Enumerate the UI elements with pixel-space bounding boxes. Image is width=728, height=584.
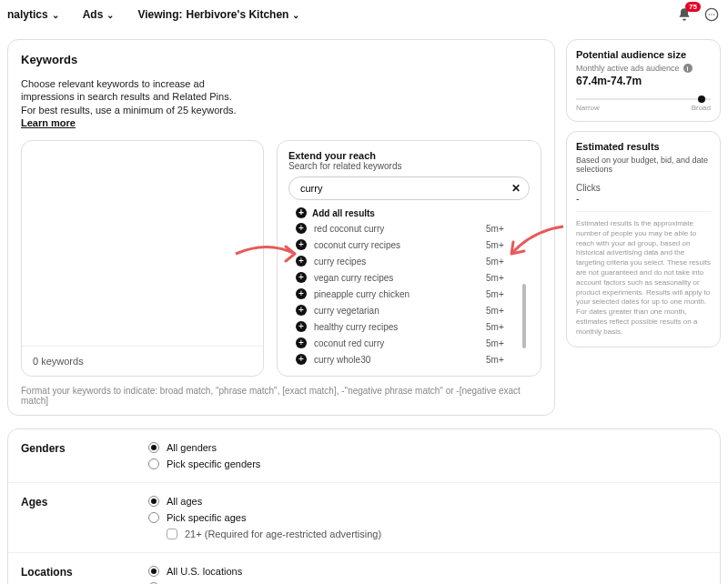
info-icon[interactable]: i: [683, 64, 693, 73]
keyword-count: 0 keywords: [22, 346, 263, 376]
svg-point-2: [711, 14, 712, 15]
audience-value: 67.4m-74.7m: [576, 75, 711, 87]
keyword-text: vegan curry recipes: [314, 273, 479, 283]
chat-icon: [704, 7, 719, 22]
targeting-sections: Genders All genders Pick specific gender…: [7, 428, 721, 584]
locations-label: Locations: [21, 566, 148, 584]
keyword-text: coconut red curry: [314, 338, 479, 348]
estimated-metric-value: -: [576, 193, 711, 204]
radio-all-genders[interactable]: All genders: [148, 442, 260, 453]
chevron-down-icon: ⌄: [52, 10, 59, 20]
add-all-label: Add all results: [312, 208, 375, 218]
keyword-volume: 5m+: [486, 322, 522, 332]
keyword-text: curry recipes: [314, 257, 479, 267]
audience-range-slider: [576, 98, 711, 100]
keyword-volume: 5m+: [486, 273, 522, 283]
clear-search-icon[interactable]: ✕: [511, 182, 521, 195]
keyword-volume: 5m+: [486, 306, 522, 316]
radio-icon: [148, 442, 159, 453]
keyword-volume: 5m+: [486, 289, 522, 299]
radio-icon: [148, 512, 159, 523]
estimated-metric-label: Clicks: [576, 183, 711, 193]
keyword-volume: 5m+: [486, 240, 522, 250]
nav-ads[interactable]: Ads ⌄: [83, 8, 115, 21]
radio-all-ages[interactable]: All ages: [148, 496, 381, 507]
extend-reach-box: Extend your reach Search for related key…: [277, 140, 541, 377]
estimated-footnote: Estimated results is the approximate num…: [576, 219, 711, 337]
nav-analytics[interactable]: nalytics ⌄: [7, 8, 59, 21]
keyword-result-row[interactable]: +red coconut curry5m+: [288, 220, 530, 237]
radio-specific-ages[interactable]: Pick specific ages: [148, 512, 381, 523]
locations-section: Locations All U.S. locations Pick specif…: [8, 552, 720, 584]
range-narrow-label: Narrow: [576, 104, 600, 112]
svg-point-3: [713, 14, 714, 15]
keyword-text: curry vegetarian: [314, 306, 479, 316]
keyword-volume: 5m+: [486, 224, 522, 234]
keyword-volume: 5m+: [486, 355, 522, 365]
estimated-heading: Estimated results: [576, 141, 711, 152]
learn-more-link[interactable]: Learn more: [21, 117, 76, 128]
radio-all-locations[interactable]: All U.S. locations: [148, 566, 264, 577]
keyword-format-hint: Format your keywords to indicate: broad …: [21, 386, 541, 406]
keywords-intro: Choose relevant keywords to increase ad …: [21, 77, 248, 129]
plus-icon: +: [296, 207, 307, 218]
audience-heading: Potential audience size: [576, 49, 711, 60]
plus-icon: +: [296, 256, 307, 267]
nav-viewing[interactable]: Viewing: Herbivore's Kitchen ⌄: [137, 8, 299, 21]
audience-sub-label: Monthly active ads audience: [576, 64, 680, 73]
extend-title: Extend your reach: [288, 150, 530, 161]
keyword-result-row[interactable]: +vegan curry recipes5m+: [288, 269, 530, 286]
estimated-results-card: Estimated results Based on your budget, …: [566, 131, 721, 347]
add-all-results-button[interactable]: + Add all results: [296, 207, 530, 218]
plus-icon: +: [296, 272, 307, 283]
keyword-result-row[interactable]: +curry vegetarian5m+: [288, 302, 530, 318]
messages-button[interactable]: [703, 5, 721, 24]
keyword-result-row[interactable]: +coconut curry recipes5m+: [288, 237, 530, 253]
keyword-text: coconut curry recipes: [314, 240, 479, 250]
keyword-result-row[interactable]: +healthy curry recipes5m+: [288, 318, 530, 335]
keyword-volume: 5m+: [486, 257, 522, 267]
keyword-text: pineapple curry chicken: [314, 289, 479, 299]
keywords-heading: Keywords: [21, 53, 541, 66]
plus-icon: +: [296, 288, 307, 299]
keyword-text: red coconut curry: [314, 224, 479, 234]
keyword-result-row[interactable]: +pineapple curry chicken5m+: [288, 286, 530, 302]
plus-icon: +: [296, 337, 307, 348]
checkbox-21plus[interactable]: 21+ (Required for age-restricted adverti…: [167, 529, 381, 539]
scrollbar[interactable]: [522, 284, 526, 348]
keyword-result-row[interactable]: +curry recipes5m+: [288, 253, 530, 269]
keyword-search-input[interactable]: [288, 176, 530, 200]
radio-icon: [148, 496, 159, 507]
keyword-text: curry whole30: [314, 355, 479, 365]
keyword-result-row[interactable]: +curry whole305m+: [288, 351, 530, 368]
svg-point-1: [709, 14, 710, 15]
nav-analytics-label: nalytics: [7, 8, 48, 21]
keyword-result-row[interactable]: +coconut red curry5m+: [288, 335, 530, 351]
keyword-volume: 5m+: [486, 338, 522, 348]
plus-icon: +: [296, 305, 307, 316]
nav-ads-label: Ads: [83, 8, 104, 21]
genders-label: Genders: [21, 442, 148, 469]
plus-icon: +: [296, 321, 307, 332]
radio-specific-genders[interactable]: Pick specific genders: [148, 458, 260, 469]
keyword-list-box[interactable]: 0 keywords: [21, 140, 264, 377]
keywords-card: Keywords Choose relevant keywords to inc…: [7, 39, 555, 416]
ages-label: Ages: [21, 496, 148, 539]
notifications-badge: 75: [685, 2, 701, 12]
extend-subtitle: Search for related keywords: [288, 161, 530, 171]
radio-icon: [148, 458, 159, 469]
plus-icon: +: [296, 354, 307, 365]
ages-section: Ages All ages Pick specific ages 21+ (Re…: [8, 482, 720, 552]
range-indicator-dot: [698, 96, 705, 103]
nav-viewing-prefix: Viewing:: [137, 8, 182, 21]
chevron-down-icon: ⌄: [292, 10, 299, 20]
plus-icon: +: [296, 239, 307, 250]
chevron-down-icon: ⌄: [106, 10, 114, 20]
keyword-results-list: +red coconut curry5m++coconut curry reci…: [288, 220, 530, 376]
range-broad-label: Broad: [692, 104, 711, 112]
genders-section: Genders All genders Pick specific gender…: [8, 429, 720, 482]
keyword-text: healthy curry recipes: [314, 322, 479, 332]
audience-size-card: Potential audience size Monthly active a…: [566, 39, 721, 122]
checkbox-icon: [167, 529, 177, 539]
notifications-button[interactable]: 75: [675, 5, 693, 24]
